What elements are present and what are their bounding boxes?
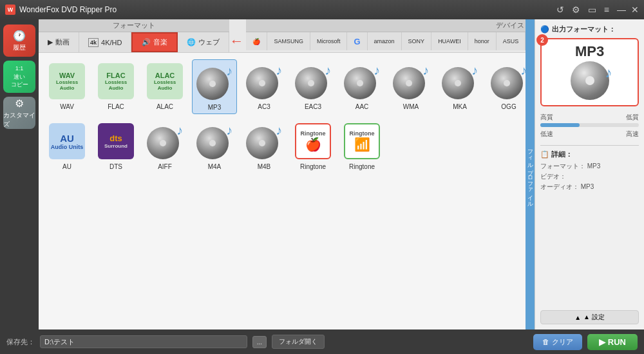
device-google[interactable]: G xyxy=(347,32,367,50)
tab-4k[interactable]: 4k 4K/HD xyxy=(79,32,131,52)
aac-disc-icon: ♪ xyxy=(344,63,380,99)
tab-web[interactable]: 🌐 ウェブ xyxy=(178,32,229,52)
format-aiff[interactable]: ♪ AIFF xyxy=(143,119,187,173)
device-samsung[interactable]: SAMSUNG xyxy=(267,32,310,50)
format-dts[interactable]: dts Surround DTS xyxy=(94,119,138,173)
custom-icon: ⚙ xyxy=(15,97,24,110)
4k-badge: 4k xyxy=(88,38,99,47)
title-bar: W WonderFox DVD Ripper Pro ↺ ⚙ ▭ ≡ — ✕ xyxy=(0,0,644,19)
mka-icon-container: ♪ xyxy=(440,62,479,101)
mp3-preview: MP3 ♪ xyxy=(571,44,609,100)
format-au[interactable]: AU Audio Units AU xyxy=(45,119,89,173)
flac-label: FLAC xyxy=(108,103,124,110)
format-detail-row: フォーマット： MP3 xyxy=(540,162,639,171)
wav-label: WAV xyxy=(60,103,74,110)
au-label: AU xyxy=(62,163,71,170)
quality-row: 高質 低質 xyxy=(540,113,639,122)
device-apple[interactable]: 🍎 xyxy=(246,32,267,50)
side-tab[interactable]: フィルプロファイル xyxy=(526,19,535,329)
eac3-icon-container: ♪ xyxy=(294,62,332,101)
alac-icon: ALAC Lossless Audio xyxy=(147,63,183,99)
open-folder-button[interactable]: フォルダ開く xyxy=(272,335,325,349)
sidebar-history-button[interactable]: 🕐 履歴 xyxy=(3,25,35,57)
device-asus[interactable]: ASUS xyxy=(497,32,526,50)
details-title: 📋 詳細： xyxy=(540,150,639,159)
alac-label: ALAC xyxy=(156,103,173,110)
device-honor[interactable]: honor xyxy=(468,32,497,50)
minimize-button[interactable]: — xyxy=(617,5,626,15)
format-badge-number: 2 xyxy=(536,34,548,46)
main-window: W WonderFox DVD Ripper Pro ↺ ⚙ ▭ ≡ — ✕ 🕐… xyxy=(0,0,644,354)
format-mka[interactable]: ♪ MKA xyxy=(438,59,482,114)
bottom-bar: 保存先： ... フォルダ開く 🗑 クリア ▶ RUN xyxy=(0,329,644,354)
history-icon: 🕐 xyxy=(13,30,26,42)
format-flac[interactable]: FLAC Lossless Audio FLAC xyxy=(94,59,138,114)
center-content: フォーマット ▶ 動画 4k 4K/HD 🔊 音楽 xyxy=(39,19,526,329)
ogg-icon-container: ♪ xyxy=(489,62,526,101)
clear-icon: 🗑 xyxy=(542,338,549,346)
quality-section: 高質 低質 低速 高速 xyxy=(540,113,639,139)
mp3-preview-disc xyxy=(571,61,609,100)
device-microsoft[interactable]: Microsoft xyxy=(310,32,348,50)
format-grid-inner: WAV Lossless Audio WAV FLAC Lossles xyxy=(45,59,519,173)
settings-icon[interactable]: ⚙ xyxy=(572,5,580,15)
flac-icon-container: FLAC Lossless Audio xyxy=(97,62,135,101)
mp3-icon-container: ♪ xyxy=(195,63,234,101)
right-panel: 🔵 出力フォーマット： 2 MP3 ♪ 高質 低質 xyxy=(535,19,644,329)
dts-icon-container: dts Surround xyxy=(97,122,135,161)
format-wma[interactable]: ♪ WMA xyxy=(389,59,433,114)
details-section: 📋 詳細： フォーマット： MP3 ビデオ： オーディオ： MP3 xyxy=(540,145,639,193)
device-amazon[interactable]: amazon xyxy=(368,32,402,50)
ringtone-android-icon-container: Ringtone 📶 xyxy=(343,122,381,161)
dts-icon: dts Surround xyxy=(98,123,134,159)
format-mp3[interactable]: ♪ MP3 xyxy=(192,59,237,114)
format-wav[interactable]: WAV Lossless Audio WAV xyxy=(45,59,89,114)
refresh-icon[interactable]: ↺ xyxy=(556,5,564,15)
dts-label: DTS xyxy=(109,163,122,170)
format-tabs: ▶ 動画 4k 4K/HD 🔊 音楽 🌐 ウ xyxy=(39,32,229,52)
settings-toggle-icon: ▲ xyxy=(574,314,581,321)
eac3-label: EAC3 xyxy=(305,103,321,110)
ringtone-android-label: Ringtone xyxy=(349,163,375,170)
alac-icon-container: ALAC Lossless Audio xyxy=(146,62,184,101)
format-m4b[interactable]: ♪ M4B xyxy=(242,119,286,173)
title-bar-icons: ↺ ⚙ ▭ ≡ xyxy=(556,5,609,15)
m4b-disc-icon: ♪ xyxy=(246,123,282,159)
eac3-disc-icon: ♪ xyxy=(295,63,331,99)
sidebar-copy-button[interactable]: 1:1速いコピー xyxy=(3,61,35,93)
format-ringtone-android[interactable]: Ringtone 📶 Ringtone xyxy=(340,119,384,173)
android-ringtone-symbol: 📶 xyxy=(354,137,370,152)
device-huawei[interactable]: HUAWEI xyxy=(431,32,468,50)
save-path-input[interactable] xyxy=(40,335,247,348)
m4a-label: M4A xyxy=(208,163,222,170)
clear-button[interactable]: 🗑 クリア xyxy=(533,334,582,350)
format-aac[interactable]: ♪ AAC xyxy=(340,59,384,114)
video-icon: ▶ xyxy=(48,38,53,46)
menu-icon[interactable]: ≡ xyxy=(604,5,609,15)
web-icon: 🌐 xyxy=(187,38,196,46)
chat-icon[interactable]: ▭ xyxy=(588,5,596,15)
sidebar-custom-button[interactable]: ⚙ カスタマイズ xyxy=(3,97,35,129)
browse-button[interactable]: ... xyxy=(252,336,267,348)
format-eac3[interactable]: ♪ EAC3 xyxy=(291,59,335,114)
mka-label: MKA xyxy=(453,103,467,110)
run-button[interactable]: ▶ RUN xyxy=(587,334,638,350)
device-sony[interactable]: SONY xyxy=(402,32,432,50)
audio-detail-row: オーディオ： MP3 xyxy=(540,182,639,192)
close-button[interactable]: ✕ xyxy=(631,5,639,15)
tab-music[interactable]: 🔊 音楽 xyxy=(131,32,178,52)
tab-video[interactable]: ▶ 動画 xyxy=(39,32,79,52)
quality-slider[interactable] xyxy=(540,123,639,127)
ringtone-android-icon: Ringtone 📶 xyxy=(344,123,380,159)
format-alac[interactable]: ALAC Lossless Audio ALAC xyxy=(143,59,187,114)
format-ringtone-apple[interactable]: Ringtone 🍎 Ringtone xyxy=(291,119,335,173)
settings-button[interactable]: ▲ ▲ 設定 xyxy=(540,310,639,324)
m4a-disc-icon: ♪ xyxy=(196,123,232,159)
wav-icon-container: WAV Lossless Audio xyxy=(48,62,86,101)
wma-icon-container: ♪ xyxy=(392,62,430,101)
format-device-bar: フォーマット ▶ 動画 4k 4K/HD 🔊 音楽 xyxy=(39,19,526,53)
format-ogg[interactable]: ♪ OGG xyxy=(487,59,526,114)
format-ac3[interactable]: ♪ AC3 xyxy=(242,59,286,114)
left-sidebar: 🕐 履歴 1:1速いコピー ⚙ カスタマイズ xyxy=(0,19,39,329)
format-m4a[interactable]: ♪ M4A xyxy=(192,119,237,173)
